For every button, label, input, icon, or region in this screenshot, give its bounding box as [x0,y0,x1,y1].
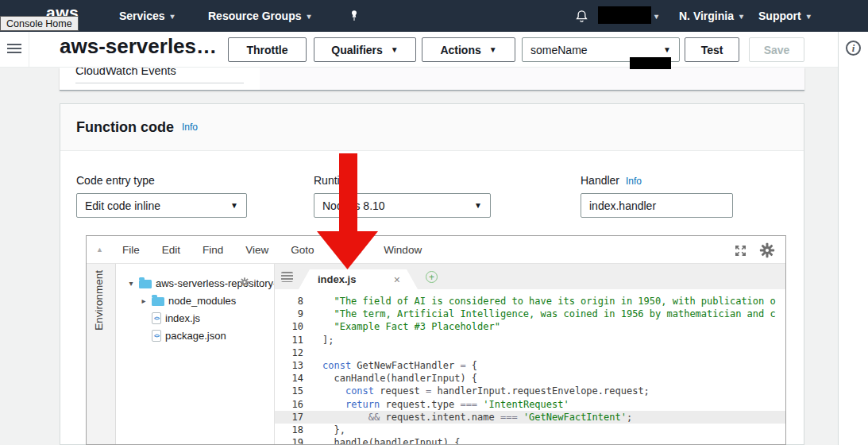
nav-region-label: N. Virginia [679,10,734,22]
line-number: 17 [275,411,313,424]
code-text: }, [313,424,345,436]
cloudwatch-events-trigger[interactable]: CloudWatch Events [75,68,176,77]
menu-item-goto[interactable]: Goto [291,244,314,256]
menu-item-find[interactable]: Find [203,244,223,256]
tree-item-node-modules[interactable]: ▸node_modules [116,292,274,309]
gear-icon[interactable] [758,242,776,259]
function-title: aws-serverles… [60,34,217,59]
tab-list-icon[interactable] [281,272,293,282]
qualifiers-button[interactable]: Qualifiers ▼ [314,37,416,62]
nav-region[interactable]: N. Virginia ▾ [679,0,743,32]
code-text: const request = handlerInput.requestEnve… [313,385,650,397]
tree-item-label: package.json [165,330,226,342]
designer-card: CloudWatch Events [60,68,804,91]
code-line-11: 11]; [275,334,786,346]
actions-label: Actions [440,44,480,56]
nav-resource-groups-label: Resource Groups [208,10,301,22]
runtime-select[interactable]: Node.js 8.10 ▼ [314,193,491,218]
line-number: 13 [275,359,313,372]
line-number: 11 [275,334,313,346]
save-button[interactable]: Save [749,37,804,62]
file-tree-panel: ▾aws-serverless-repository-al▸node_modul… [116,264,275,445]
close-icon[interactable]: × [394,273,400,286]
menu-item-window[interactable]: Window [384,244,422,256]
code-editor-content[interactable]: 8 "The field of AI is considered to have… [275,289,786,445]
menu-item-view[interactable]: View [245,244,268,256]
file-tree: ▾aws-serverless-repository-al▸node_modul… [116,264,274,344]
chevron-down-icon: ▾ [171,12,175,21]
pin-icon[interactable] [348,0,361,32]
fullscreen-icon[interactable] [734,244,747,257]
tree-item-package-json[interactable]: <>package.json [116,327,274,344]
handler-label: Handler Info [581,174,642,187]
redaction-box-test-event [630,57,671,69]
actions-button[interactable]: Actions ▼ [422,37,515,62]
caret-down-icon: ▼ [489,45,497,54]
menu-item-file[interactable]: File [122,244,140,256]
menu-item-tools[interactable]: Tools [337,244,362,256]
code-line-16: 16 return request.type === 'IntentReques… [275,398,786,411]
handler-info-link[interactable]: Info [626,176,642,187]
caret-down-icon: ▼ [391,45,399,54]
environment-label: Environment [93,270,105,331]
code-entry-type-value: Edit code inline [85,199,160,212]
tree-item-aws-serverless-repository-al[interactable]: ▾aws-serverless-repository-al [116,274,274,292]
throttle-button[interactable]: Throttle [228,37,307,62]
code-line-10: 10 "Example Fact #3 Placeholder" [275,320,786,333]
hamburger-menu-icon[interactable] [7,44,21,53]
function-code-header: Function code Info [60,104,804,151]
test-button[interactable]: Test [685,37,739,62]
code-entry-type-select[interactable]: Edit code inline ▼ [76,193,247,218]
code-entry-type-label: Code entry type [76,174,155,187]
pin-icon-glyph [348,10,361,22]
caret-down-icon: ▼ [663,45,671,54]
nav-resource-groups[interactable]: Resource Groups ▾ [208,0,311,32]
line-number: 9 [275,308,313,320]
nav-support[interactable]: Support ▾ [758,0,811,32]
throttle-label: Throttle [246,44,287,56]
code-line-15: 15 const request = handlerInput.requestE… [275,385,786,397]
code-line-9: 9 "The term, Artificial Intelligence, wa… [275,308,786,320]
code-line-13: 13const GetNewFactHandler = { [275,359,786,372]
info-icon[interactable]: i [846,41,861,56]
code-text: "The term, Artificial Intelligence, was … [313,308,776,320]
console-home-tooltip: Console Home [0,16,79,31]
environment-strip[interactable]: Environment [87,264,116,445]
runtime-value: Node.js 8.10 [322,199,385,212]
line-number: 12 [275,346,313,359]
nav-services[interactable]: Services ▾ [119,0,175,32]
chevron-down-icon: ▾ [654,12,658,21]
test-label: Test [701,44,723,56]
handler-input[interactable] [581,193,733,218]
tab-indexjs[interactable]: index.js × [299,269,418,289]
caret-expanded-icon[interactable]: ▾ [127,279,135,288]
designer-canvas [260,68,804,91]
tree-item-index-js[interactable]: <>index.js [116,309,274,327]
collapse-caret-icon[interactable]: ▲ [96,246,103,253]
tree-item-label: aws-serverless-repository-al [156,277,274,289]
new-tab-button[interactable]: + [426,271,438,283]
nav-support-label: Support [758,10,801,22]
line-number: 18 [275,424,313,436]
tree-gear-icon[interactable] [239,277,250,288]
chevron-down-icon: ▾ [807,12,811,21]
line-number: 10 [275,320,313,333]
nav-services-label: Services [119,10,165,22]
test-event-value: someName [530,44,588,56]
code-line-19: 19 handle(handlerInput) { [275,436,786,445]
chevron-down-icon: ▾ [307,12,311,21]
function-code-info-link[interactable]: Info [182,122,198,133]
line-number: 19 [275,436,313,445]
notifications-bell[interactable] [574,0,589,32]
code-text: "Example Fact #3 Placeholder" [313,320,500,333]
caret-collapsed-icon[interactable]: ▸ [140,296,148,305]
line-number: 8 [275,295,313,308]
code-text: return request.type === 'IntentRequest' [313,398,569,411]
chevron-down-icon: ▾ [739,12,743,21]
caret-down-icon: ▼ [230,201,238,210]
tree-item-label: index.js [165,312,200,324]
menu-item-edit[interactable]: Edit [162,244,180,256]
account-menu-caret[interactable]: ▾ [654,0,658,32]
line-number: 15 [275,385,313,397]
line-number: 16 [275,398,313,411]
